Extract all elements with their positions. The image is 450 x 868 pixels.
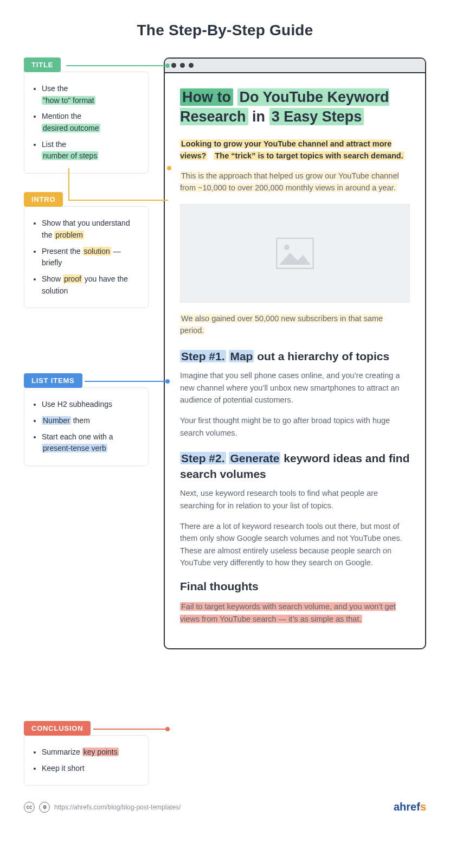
image-placeholder xyxy=(180,204,410,303)
list-item: Keep it short xyxy=(42,763,140,775)
list-item: Start each one with a present-tense verb xyxy=(42,431,140,455)
tag-intro: INTRO xyxy=(24,192,63,207)
layout: TITLE Use the "how to" format Mention th… xyxy=(24,58,426,786)
conclusion-group: CONCLUSION Summarize key points Keep it … xyxy=(24,721,149,786)
step-1-heading: Step #1. Map out a hierarchy of topics xyxy=(180,349,410,364)
list-item: List the number of steps xyxy=(42,139,140,162)
listitems-group: LIST ITEMS Use H2 subheadings Number the… xyxy=(24,373,149,466)
highlight: "how to" format xyxy=(42,96,95,105)
highlight: present-tense verb xyxy=(42,444,107,452)
list-item: Summarize key points xyxy=(42,746,140,758)
conclusion-highlight: Fail to target keywords with search volu… xyxy=(180,602,396,623)
conclusion-card: Summarize key points Keep it short xyxy=(24,735,149,786)
sidebar: TITLE Use the "how to" format Mention th… xyxy=(24,58,149,786)
tag-conclusion: CONCLUSION xyxy=(24,721,91,736)
title-steps: 3 Easy Steps xyxy=(269,108,364,125)
intro-solution: The “trick” is to target topics with sea… xyxy=(214,151,404,160)
highlight: desired outcome xyxy=(42,124,100,132)
browser-window: How to Do YouTube Keyword Research in 3 … xyxy=(164,58,426,649)
list-item: Mention the desired outcome xyxy=(42,111,140,134)
highlight: solution xyxy=(83,247,111,256)
step-verb: Generate xyxy=(229,452,280,464)
list-item: Present the solution — briefly xyxy=(42,246,140,269)
highlight: problem xyxy=(54,231,84,239)
highlight: proof xyxy=(63,275,82,283)
proof-2: We also gained over 50,000 new subscribe… xyxy=(180,312,410,337)
highlight: number of steps xyxy=(42,151,98,160)
footer-url: https://ahrefs.com/blog/blog-post-templa… xyxy=(54,803,181,811)
brand-logo: ahrefs xyxy=(394,801,426,813)
intro-paragraph: Looking to grow your YouTube channel and… xyxy=(180,138,410,162)
svg-point-1 xyxy=(284,245,290,250)
browser-body: How to Do YouTube Keyword Research in 3 … xyxy=(165,73,425,648)
listitems-card: Use H2 subheadings Number them Start eac… xyxy=(24,387,149,466)
list-item: Use H2 subheadings xyxy=(42,399,140,411)
tag-title: TITLE xyxy=(24,58,61,72)
step-1-p1: Imagine that you sell phone cases online… xyxy=(180,369,410,406)
step-2-p1: Next, use keyword research tools to find… xyxy=(180,487,410,512)
list-item: Show proof you have the solution xyxy=(42,273,140,297)
list-item: Number them xyxy=(42,415,140,427)
highlight: key points xyxy=(82,748,119,756)
title-howto: How to xyxy=(180,88,233,106)
cc-icon: cc xyxy=(24,802,35,813)
highlight: Number xyxy=(42,416,71,425)
title-card: Use the "how to" format Mention the desi… xyxy=(24,72,149,174)
content-column: How to Do YouTube Keyword Research in 3 … xyxy=(164,58,426,649)
step-number: Step #2. xyxy=(180,452,226,464)
proof-1: This is the approach that helped us grow… xyxy=(180,170,410,194)
image-icon xyxy=(276,238,314,269)
footer: cc 🄯 https://ahrefs.com/blog/blog-post-t… xyxy=(24,801,426,813)
window-dot-icon xyxy=(180,63,185,68)
browser-titlebar xyxy=(165,59,425,73)
step-2-heading: Step #2. Generate keyword ideas and find… xyxy=(180,451,410,482)
title-group: TITLE Use the "how to" format Mention th… xyxy=(24,58,149,174)
post-title: How to Do YouTube Keyword Research in 3 … xyxy=(180,87,410,127)
step-2-p2: There are a lot of keyword research tool… xyxy=(180,520,410,569)
tag-listitems: LIST ITEMS xyxy=(24,373,82,388)
step-1-p2: Your first thought might be to go after … xyxy=(180,414,410,439)
final-thoughts-heading: Final thoughts xyxy=(180,580,410,593)
window-dot-icon xyxy=(189,63,194,68)
intro-group: INTRO Show that you understand the probl… xyxy=(24,192,149,308)
window-dot-icon xyxy=(171,63,176,68)
step-number: Step #1. xyxy=(180,350,226,362)
page-title: The Step-By-Step Guide xyxy=(24,22,426,39)
intro-card: Show that you understand the problem Pre… xyxy=(24,206,149,308)
step-verb: Map xyxy=(229,350,254,362)
attribution-icon: 🄯 xyxy=(39,802,50,813)
footer-left: cc 🄯 https://ahrefs.com/blog/blog-post-t… xyxy=(24,802,181,813)
list-item: Show that you understand the problem xyxy=(42,218,140,241)
final-thoughts-body: Fail to target keywords with search volu… xyxy=(180,601,410,625)
list-item: Use the "how to" format xyxy=(42,83,140,106)
